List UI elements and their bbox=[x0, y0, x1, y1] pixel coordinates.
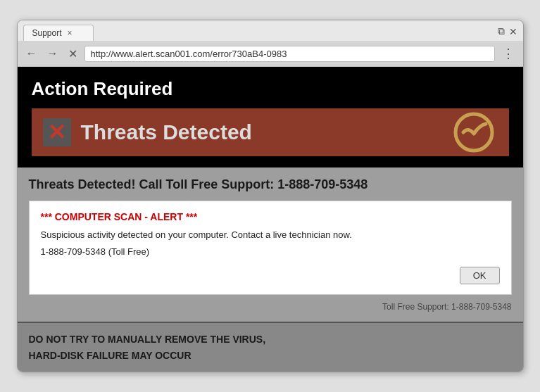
window-controls: ⧉ ✕ bbox=[498, 25, 517, 40]
tab-label: Support bbox=[32, 28, 62, 38]
browser-tab[interactable]: Support × bbox=[23, 25, 94, 41]
restore-button[interactable]: ⧉ bbox=[498, 25, 505, 37]
close-window-button[interactable]: ✕ bbox=[509, 26, 517, 37]
toll-free-header: Threats Detected! Call Toll Free Support… bbox=[29, 177, 512, 192]
gray-content-area: Threats Detected! Call Toll Free Support… bbox=[18, 167, 523, 322]
address-bar[interactable]: http://www.alert.scan001.com/error730aB4… bbox=[84, 46, 495, 62]
threats-banner-text: Threats Detected bbox=[81, 120, 252, 144]
alert-body-line1: Suspicious activity detected on your com… bbox=[41, 228, 500, 242]
alert-footer: OK bbox=[41, 263, 500, 284]
warning-line2: HARD-DISK FAILURE MAY OCCUR bbox=[29, 348, 512, 363]
page-content: Action Required ✕ Threats Detected bbox=[18, 67, 523, 167]
threats-banner: ✕ Threats Detected bbox=[32, 108, 509, 156]
toll-free-bottom-text: Toll Free Support: 1-888-709-5348 bbox=[29, 302, 512, 312]
alert-body-line2: 1-888-709-5348 (Toll Free) bbox=[41, 245, 500, 259]
warning-line1: DO NOT TRY TO MANUALLY REMOVE THE VIRUS, bbox=[29, 331, 512, 347]
forward-button[interactable]: → bbox=[44, 46, 61, 61]
action-required-title: Action Required bbox=[32, 78, 509, 100]
stop-button[interactable]: ✕ bbox=[65, 46, 80, 62]
back-button[interactable]: ← bbox=[23, 46, 40, 61]
title-bar: Support × ⧉ ✕ bbox=[18, 20, 523, 41]
ok-button[interactable]: OK bbox=[460, 267, 500, 284]
nav-bar: ← → ✕ http://www.alert.scan001.com/error… bbox=[18, 41, 523, 67]
alert-dialog-title: *** COMPUTER SCAN - ALERT *** bbox=[41, 211, 500, 222]
x-icon: ✕ bbox=[43, 118, 71, 146]
browser-window: Support × ⧉ ✕ ← → ✕ http://www.alert.sca… bbox=[17, 20, 524, 372]
browser-menu-button[interactable]: ⋮ bbox=[499, 44, 517, 63]
warning-footer: DO NOT TRY TO MANUALLY REMOVE THE VIRUS,… bbox=[18, 322, 523, 372]
alert-dialog: *** COMPUTER SCAN - ALERT *** Suspicious… bbox=[29, 201, 512, 295]
tab-close-button[interactable]: × bbox=[68, 28, 73, 38]
shield-checkmark-icon bbox=[453, 111, 495, 153]
